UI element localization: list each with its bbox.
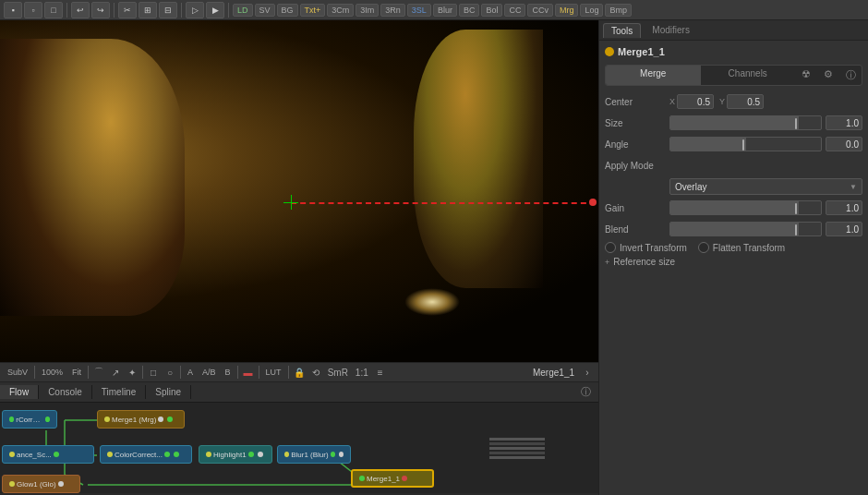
port-left (284, 452, 289, 457)
node-color-correct-3[interactable]: ColorCorrect... (100, 445, 192, 464)
wand-icon[interactable]: ✦ (125, 365, 139, 380)
new-button[interactable]: ▪ (4, 2, 22, 18)
node-label: ColorCorrect... (115, 451, 163, 459)
center-y-value[interactable]: 0.5 (727, 94, 764, 109)
save-button[interactable]: □ (44, 2, 63, 18)
apply-mode-dropdown[interactable]: Overlay ▼ (669, 178, 862, 195)
sync-icon[interactable]: ⟲ (308, 365, 323, 380)
center-label: Center (605, 97, 669, 107)
tab-modifiers[interactable]: Modifiers (645, 23, 697, 37)
center-x-value[interactable]: 0.5 (677, 94, 714, 109)
size-value[interactable]: 1.0 (826, 115, 862, 130)
inspector-tab-channels[interactable]: Channels (701, 66, 796, 85)
zoom-button[interactable]: 100% (38, 367, 66, 378)
tab-timeline[interactable]: Timeline (92, 385, 146, 399)
tab-tools[interactable]: Tools (603, 23, 641, 38)
sep4 (228, 3, 229, 18)
arrow-icon[interactable]: ↗ (108, 365, 123, 380)
red-dashed-line (291, 202, 596, 204)
tag-bg[interactable]: BG (277, 4, 298, 17)
tag-blur[interactable]: Blur (433, 4, 457, 17)
a-button[interactable]: A (184, 367, 197, 378)
tag-bmp[interactable]: Bmp (605, 4, 632, 17)
color-swatch-icon[interactable]: ▬ (241, 365, 256, 380)
tag-sv[interactable]: SV (255, 4, 275, 17)
copy-button[interactable]: ⊞ (139, 2, 157, 18)
chevron-right-icon[interactable]: › (580, 365, 595, 380)
tag-mrg[interactable]: Mrg (555, 4, 579, 17)
node-label: Highlight1 (213, 451, 247, 459)
port-right (54, 452, 59, 457)
angle-slider[interactable] (669, 137, 822, 151)
circle-icon[interactable]: ○ (163, 365, 177, 380)
node-color-correct-2[interactable]: ance_Sc... (2, 445, 94, 464)
radiation-icon[interactable]: ☢ (795, 66, 817, 85)
tag-bc[interactable]: BC (459, 4, 480, 17)
blend-slider[interactable] (669, 222, 822, 236)
fit-button[interactable]: Fit (68, 367, 85, 378)
left-panel: SubV 100% Fit ⌒ ↗ ✦ □ ○ A A/B B ▬ LUT 🔒 … (0, 20, 598, 495)
node-highlight1[interactable]: Highlight1 (199, 445, 272, 464)
tag-txt[interactable]: Txt+ (300, 4, 326, 17)
tab-flow[interactable]: Flow (0, 385, 39, 399)
undo-button[interactable]: ↩ (71, 2, 90, 18)
gain-value[interactable]: 1.0 (826, 200, 862, 215)
curve-icon[interactable]: ⌒ (91, 365, 106, 380)
paste-button[interactable]: ⊟ (159, 2, 177, 18)
angle-value[interactable]: 0.0 (826, 137, 862, 151)
node-merge1[interactable]: Merge1 (Mrg) (97, 410, 185, 429)
tag-3cm[interactable]: 3Cm (327, 4, 354, 17)
tag-log[interactable]: Log (580, 4, 603, 17)
node-color-correct-1[interactable]: rCorrect.. (2, 410, 57, 429)
gain-slider-thumb (795, 203, 797, 214)
open-button[interactable]: ▫ (24, 2, 42, 18)
tag-bol[interactable]: Bol (481, 4, 502, 17)
tab-console[interactable]: Console (39, 385, 92, 399)
invert-transform-checkbox[interactable] (605, 242, 616, 253)
port-right (45, 417, 50, 422)
tag-ld[interactable]: LD (233, 4, 253, 17)
bars-icon[interactable]: ≡ (373, 365, 388, 380)
cut-button[interactable]: ✂ (118, 2, 137, 18)
info-icon[interactable]: ⓘ (576, 383, 595, 402)
inspector-tab-merge[interactable]: Merge (606, 66, 701, 85)
info-tab-icon[interactable]: ⓘ (839, 66, 862, 85)
x-label: X (669, 97, 675, 106)
lock-icon[interactable]: 🔒 (292, 365, 307, 380)
tag-3sl[interactable]: 3SL (407, 4, 431, 17)
node-glow1[interactable]: Glow1 (Glo) (2, 475, 80, 493)
tag-ccv[interactable]: CCv (527, 4, 553, 17)
port-left (206, 452, 211, 457)
cup-right (414, 30, 543, 288)
rect-icon[interactable]: □ (146, 365, 161, 380)
blend-slider-thumb (795, 224, 797, 235)
render-button[interactable]: ▷ (186, 2, 204, 18)
node-label: Glow1 (Glo) (17, 480, 56, 489)
blend-slider-fill (670, 223, 799, 235)
node-label: Merge1 (Mrg) (112, 416, 156, 424)
gain-slider[interactable] (669, 200, 822, 215)
viewport[interactable] (0, 20, 598, 362)
lut-button[interactable]: LUT (262, 367, 285, 378)
node-canvas[interactable]: rCorrect.. Merge1 (Mrg) ance_Sc... (0, 403, 598, 493)
redo-button[interactable]: ↪ (91, 2, 110, 18)
node-merge1-1[interactable]: Merge1_1 (351, 469, 434, 488)
play-button[interactable]: ▶ (206, 2, 224, 18)
b-button[interactable]: B (222, 367, 235, 378)
crosshair-vertical (291, 195, 292, 210)
port-left (9, 452, 15, 457)
tag-cc[interactable]: CC (504, 4, 525, 17)
tag-3im[interactable]: 3Im (356, 4, 379, 17)
node-blur1[interactable]: Blur1 (Blur) (277, 445, 351, 464)
tag-3rn[interactable]: 3Rn (380, 4, 405, 17)
ab-button[interactable]: A/B (199, 367, 220, 378)
flatten-transform-checkbox[interactable] (698, 242, 709, 253)
red-dot (589, 199, 597, 206)
expand-plus-icon[interactable]: + (605, 258, 609, 267)
subview-button[interactable]: SubV (4, 367, 31, 378)
tab-spline[interactable]: Spline (146, 385, 191, 399)
size-slider[interactable] (669, 115, 822, 130)
blend-value[interactable]: 1.0 (826, 222, 862, 236)
cup-left (0, 39, 185, 316)
gear-icon[interactable]: ⚙ (817, 66, 839, 85)
